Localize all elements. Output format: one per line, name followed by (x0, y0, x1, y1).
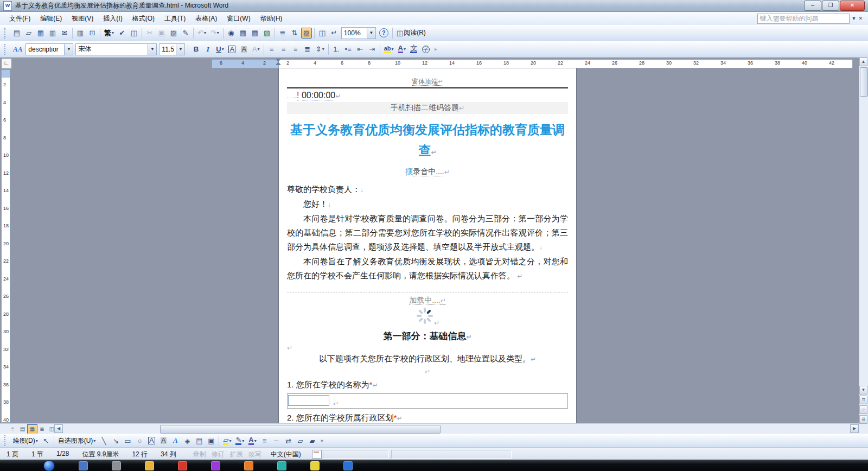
toolbar-options-chevron[interactable]: » (434, 47, 437, 52)
zoom-combo[interactable]: 100%▼ (341, 27, 376, 39)
spelling-button[interactable]: ✔ (117, 28, 127, 39)
line-button[interactable]: ╲ (98, 435, 109, 446)
select-objects-button[interactable]: ↖ (41, 435, 52, 446)
phonetic-guide-button[interactable]: 文 (409, 44, 419, 55)
character-scaling-button[interactable]: A▾ (251, 44, 261, 55)
increase-indent-button[interactable]: ⇥ (367, 44, 378, 55)
font-combo[interactable]: 宋体▼ (75, 43, 157, 55)
redo-button[interactable]: ↷▾ (209, 28, 221, 39)
formatting-marks-button[interactable]: ↵ (329, 28, 340, 39)
align-left-button[interactable]: ≡ (266, 44, 277, 55)
insert-table-button[interactable]: ▦ (250, 28, 260, 39)
status-toggle-0[interactable]: 录制 (190, 450, 209, 459)
combo-dropdown-icon[interactable]: ▼ (367, 28, 375, 39)
fill-color-button[interactable]: ▱▾ (221, 435, 233, 446)
format-painter-button[interactable]: ✎ (180, 28, 191, 39)
bullets-button[interactable]: •≡ (343, 44, 354, 55)
text-box-button[interactable]: A (146, 435, 157, 446)
restore-button[interactable]: ❐ (822, 1, 839, 11)
styles-formatting-button[interactable]: ⁠A⁠A (11, 44, 24, 55)
question1-text-input[interactable] (288, 395, 329, 406)
italic-button[interactable]: I (202, 44, 213, 55)
toolbar-grip[interactable] (4, 435, 8, 446)
document-page[interactable]: 窗体顶端↵ ! 00:00:00↵ 手机扫描二维码答题↵ 基于义务教育优质均衡发… (278, 68, 577, 424)
taskbar-app-icon-5[interactable] (244, 461, 253, 470)
view-print-layout-button[interactable]: ▦ (27, 424, 37, 434)
taskbar-app-icon-1[interactable] (112, 461, 121, 470)
help-dropdown-icon[interactable]: ▼ (852, 16, 857, 21)
timer-field[interactable]: ! 00:00:00↵ (287, 91, 568, 100)
size-combo[interactable]: 11.5▼ (159, 43, 185, 55)
tables-borders-button[interactable]: ▦ (238, 28, 248, 39)
status-toggle-1[interactable]: 修订 (209, 450, 227, 459)
view-outline-button[interactable]: ≣ (37, 424, 47, 434)
align-right-button[interactable]: ≡ (290, 44, 301, 55)
combo-dropdown-icon[interactable]: ▼ (64, 44, 73, 55)
help-search-input[interactable]: 键入需要帮助的问题 (757, 14, 850, 24)
toolbar-grip[interactable] (4, 28, 8, 39)
columns-button[interactable]: ≣ (277, 28, 288, 39)
menu-item-5[interactable]: 工具(T) (159, 12, 190, 25)
wordart-button[interactable]: A (170, 435, 181, 446)
font-color-button[interactable]: A▾ (247, 435, 258, 446)
status-toggle-2[interactable]: 扩展 (227, 450, 246, 459)
select-browse-object-icon[interactable]: ○ (859, 405, 867, 414)
character-shading-button[interactable]: A (239, 44, 250, 55)
font-color-button[interactable]: A▾ (397, 44, 407, 55)
email-button[interactable]: ✉ (59, 28, 70, 39)
style-combo[interactable]: descriptior▼ (25, 43, 73, 55)
previous-page-icon[interactable]: ⇈ (859, 396, 867, 404)
undo-button[interactable]: ↶▾ (196, 28, 208, 39)
new-document-button[interactable]: ▤ (11, 28, 22, 39)
distribute-button[interactable]: ≣ (302, 44, 313, 55)
taskbar-app-icon-2[interactable] (145, 461, 154, 470)
scroll-up-icon[interactable]: ▲ (859, 58, 867, 66)
oval-button[interactable]: ○ (134, 435, 145, 446)
document-map-button[interactable]: ◫ (317, 28, 328, 39)
arrow-button[interactable]: ↘ (110, 435, 121, 446)
character-border-button[interactable]: A (227, 44, 238, 55)
shadow-style-button[interactable]: ▱ (295, 435, 306, 446)
horizontal-scroll-thumb[interactable] (160, 425, 441, 434)
taskbar-app-icon-0[interactable] (79, 461, 88, 470)
dash-style-button[interactable]: ╌ (271, 435, 282, 446)
print-button[interactable]: ▥ (75, 28, 86, 39)
start-button[interactable] (43, 460, 55, 471)
rectangle-button[interactable]: ▭ (122, 435, 133, 446)
status-toggle-3[interactable]: 改写 (246, 450, 264, 459)
autoshapes-menu-button[interactable]: 自选图形(U)▾ (56, 435, 98, 446)
taskbar-app-icon-3[interactable] (178, 461, 187, 470)
toolbar-grip[interactable] (4, 44, 8, 55)
vertical-scroll-thumb[interactable] (860, 67, 868, 97)
insert-hyperlink-button[interactable]: ◉ (226, 28, 237, 39)
permission-button[interactable]: ▥ (47, 28, 58, 39)
highlight-button[interactable]: ab▾ (382, 44, 395, 55)
horizontal-scrollbar[interactable]: ≡▤▦≣◫ ◀ ▶ (0, 423, 859, 434)
next-page-icon[interactable]: ⇊ (859, 415, 867, 424)
bold-button[interactable]: B (190, 44, 201, 55)
vertical-scrollbar[interactable]: ▲ ▼ ⇈ ○ ⇊ (859, 58, 868, 424)
research-button[interactable]: ◫ (129, 28, 139, 39)
indent-marker[interactable] (276, 59, 281, 65)
enclosed-characters-button[interactable]: 字 (420, 44, 431, 55)
view-web-layout-button[interactable]: ▤ (17, 424, 28, 434)
toolbar-options-chevron[interactable]: » (321, 438, 323, 443)
menu-item-2[interactable]: 视图(V) (67, 12, 98, 25)
line-color-button[interactable]: ✎▾ (234, 435, 246, 446)
taskbar-app-icon-6[interactable] (277, 461, 286, 470)
chinese-translate-button[interactable]: 繁▾ (103, 28, 116, 39)
cut-button[interactable]: ✂ (144, 28, 155, 39)
combo-dropdown-icon[interactable]: ▼ (176, 44, 184, 55)
taskbar-app-icon-7[interactable] (310, 461, 320, 470)
scroll-left-icon[interactable]: ◀ (54, 424, 63, 433)
line-spacing-button[interactable]: ⇕▾ (314, 44, 326, 55)
save-button[interactable]: ▦ (35, 28, 46, 39)
view-normal-button[interactable]: ≡ (8, 424, 18, 434)
menu-item-1[interactable]: 编辑(E) (35, 12, 67, 25)
text-direction-button[interactable]: ⇅ (289, 28, 300, 39)
menu-item-4[interactable]: 格式(O) (127, 12, 159, 25)
help-button[interactable]: ? (378, 28, 390, 39)
draw-menu-button[interactable]: 绘图(D)▾ (11, 435, 40, 446)
reading-layout-button[interactable]: ◫阅读(R) (395, 28, 427, 39)
menu-item-7[interactable]: 窗口(W) (222, 12, 255, 25)
